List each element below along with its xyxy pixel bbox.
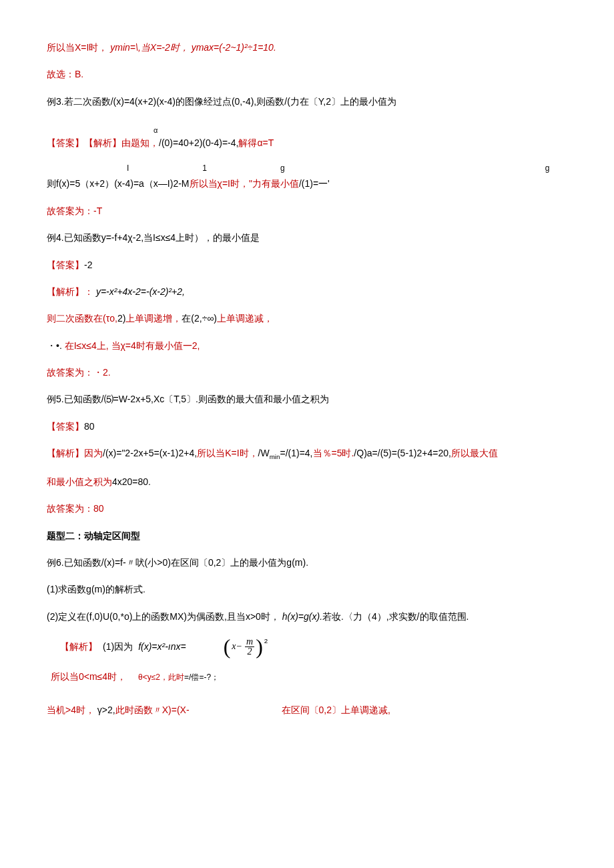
text: 有最小值	[262, 178, 299, 189]
fraction-expression: ( x− m 2 ) 2	[224, 636, 268, 657]
line-1: 所以当X=I时， ymin=\,当X=-2时， ymax=(-2~1)²÷1=1…	[47, 40, 567, 55]
text: /(1)=一'	[299, 178, 330, 189]
line-9: 【解析】： y=-x²+4x-2=-(x-2)²+2,	[47, 284, 567, 299]
text: 【答案】	[47, 260, 84, 270]
text: 和最小值之积为	[47, 476, 112, 487]
line-13: 例5.已知函数/⑸=W-2x+5,Xc〔T,5〕.则函数的最大值和最小值之积为	[47, 392, 567, 406]
line-11: ・•. 在I≤x≤4上, 当χ=4时有最小值一2,	[47, 338, 567, 353]
text: y=-x²+4x-2=-(x-2)²+2,	[96, 286, 185, 297]
text: ・•.	[47, 340, 62, 351]
text: ymax=(-2~1)²÷1=10.	[192, 42, 276, 53]
text: 【答案】【解析】	[47, 137, 121, 148]
text: 2)	[117, 313, 125, 324]
text: 【解析】	[60, 639, 97, 654]
text: (1)因为	[103, 639, 133, 654]
frac-denominator: 2	[246, 647, 254, 657]
text: 时有最小值一2,	[136, 340, 200, 351]
line-17: 故答案为：80	[47, 501, 567, 516]
text: 所以当0<m≤4时，	[51, 669, 126, 684]
line-8: 【答案】-2	[47, 258, 567, 272]
text: 所以当X=I时，	[47, 42, 107, 53]
text: 所以当K=I时，	[197, 448, 258, 458]
text: /(0)=40+2)(0-4)=-4,	[159, 137, 238, 148]
text: /Q)a=/(5)=(5-1)2+4=20,	[354, 448, 451, 458]
text: =/偿=-?；	[184, 673, 219, 682]
frac-exponent: 2	[264, 636, 268, 646]
text: 若妆.〈力（4）,求实数/的取值范围.	[322, 611, 469, 622]
line-15: 【解析】因为/(x)="2-2x+5=(x-1)2+4,所以当K=I时，/Wmi…	[47, 446, 567, 462]
text: 当χ=4	[111, 340, 136, 351]
text: 所以当χ=I时，"力	[190, 178, 262, 189]
line-24: 当机>4时， γ>2,此时函数〃X)=(X- 在区间〔0,2〕上单调递减,	[47, 703, 567, 717]
text: 4x20=80.	[112, 476, 151, 487]
line-14: 【答案】80	[47, 419, 567, 434]
line-5: 则f(x)=5（x+2）(x-4)=a（x—I)2-M所以当χ=I时，"力有最小…	[47, 176, 567, 191]
text: 解得α=T	[238, 137, 274, 148]
line-22: 【解析】(1)因为f(x)=x²-ınx= ( x− m 2 ) 2	[47, 636, 567, 657]
frac-x: x−	[232, 641, 242, 651]
line-3: 例3.若二次函数/(x)=4(x+2)(x-4)的图像经过点(0,-4),则函数…	[47, 94, 567, 109]
line-20: (1)求函数g(m)的解析式.	[47, 582, 567, 596]
line-2: 故选：B.	[47, 67, 567, 81]
text: 则二次函数在(τo,	[47, 313, 117, 324]
text: γ>2,	[97, 705, 115, 715]
text: 在区间〔0,2〕上单调递减,	[282, 703, 390, 717]
text: 所以最大值	[451, 448, 498, 458]
sup-char: I	[127, 162, 129, 175]
text: 因为	[84, 448, 103, 458]
text: 此时函数〃X)=(X-	[115, 705, 190, 715]
left-paren-icon: (	[224, 636, 231, 657]
sup-char: g	[280, 162, 285, 175]
line-16: 和最小值之积为4x20=80.	[47, 474, 567, 489]
text: h(x)=g(x).	[282, 611, 322, 622]
subscript: min	[270, 453, 280, 460]
heading-type-2: 题型二：动轴定区间型	[47, 528, 567, 543]
text: 【解析】	[47, 448, 84, 458]
text: /W	[258, 448, 270, 458]
line-21: (2)定义在(f,0)U(0,*o)上的函数MX)为偶函数,且当x>0时， h(…	[47, 609, 567, 624]
text: 【答案】	[47, 421, 84, 432]
line-12: 故答案为：・2.	[47, 365, 567, 380]
sup-char: g	[545, 162, 550, 175]
line-10: 则二次函数在(τo,2)上单调递增，在(2,÷∞)上单调递减，	[47, 311, 567, 326]
text: /(x)="2-2x+5=(x-1)2+4,	[103, 448, 197, 458]
text: 80	[84, 421, 95, 432]
frac-numerator: m	[245, 637, 254, 647]
text: 由题知，	[121, 137, 159, 148]
text: 则f(x)=5（x+2）(x-4)=a（x—I)2-M	[47, 178, 190, 189]
text: 【解析】：	[47, 286, 93, 297]
text: =/(1)=4,	[280, 448, 312, 458]
line-23: 所以当0<m≤4时， θ<y≤2，此时=/偿=-?；	[47, 669, 567, 684]
text: θ<y≤2，此时	[138, 673, 184, 682]
sup-char: 1	[202, 162, 207, 175]
text: 上单调递减，	[217, 313, 273, 324]
line-6: 故答案为：-T	[47, 203, 567, 218]
sup-row: I 1 g g	[47, 162, 567, 175]
right-paren-icon: )	[256, 636, 263, 657]
text: 上单调递增，	[125, 313, 182, 324]
text: 在(2,÷∞)	[182, 313, 217, 324]
line-7: 例4.已知函数y=-f+4χ-2,当I≤x≤4上时），的最小值是	[47, 230, 567, 245]
text: 在I≤x≤4上,	[65, 340, 109, 351]
text: (2)定义在(f,0)U(0,*o)上的函数MX)为偶函数,且当x>0时，	[47, 611, 280, 622]
line-19: 例6.已知函数/(x)=f-〃吠(小>0)在区间〔0,2〕上的最小值为g(m).	[47, 555, 567, 570]
text: f(x)=x²-ınx=	[138, 639, 186, 654]
text: 当机>4时，	[47, 705, 95, 715]
text: ymin=\,当X=-2时，	[110, 42, 188, 53]
text: 当％=5时.	[313, 448, 354, 458]
line-4: 【答案】【解析】由题知，/(0)=40+2)(0-4)=-4,解得α=T	[47, 135, 567, 150]
text: -2	[84, 260, 92, 270]
